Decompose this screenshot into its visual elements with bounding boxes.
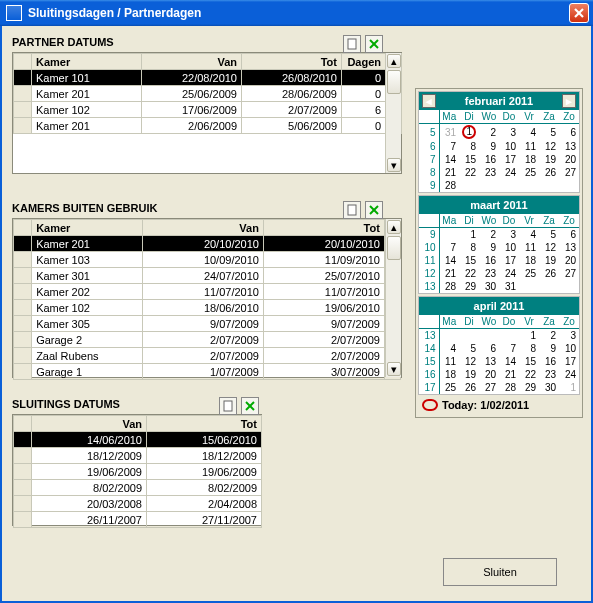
partner-delete-button[interactable] [365, 35, 383, 53]
cal-day[interactable]: 7 [439, 140, 459, 153]
cal-day[interactable]: 19 [459, 368, 479, 381]
table-row[interactable]: 14/06/201015/06/2010 [14, 432, 262, 448]
cal-day[interactable]: 7 [439, 241, 459, 254]
cal-day[interactable]: 28 [499, 381, 519, 394]
cal-day[interactable]: 16 [479, 254, 499, 267]
cal-day[interactable]: 10 [499, 241, 519, 254]
cal-day[interactable]: 4 [439, 342, 459, 355]
table-row[interactable]: 26/11/200727/11/2007 [14, 512, 262, 528]
column-header[interactable]: Tot [263, 220, 384, 236]
cal-day[interactable]: 5 [459, 342, 479, 355]
sluit-grid[interactable]: VanTot14/06/201015/06/201018/12/200918/1… [12, 414, 262, 526]
cal-day[interactable]: 11 [519, 140, 539, 153]
table-row[interactable]: Zaal Rubens2/07/20092/07/2009 [14, 348, 401, 364]
cal-prev-button[interactable]: ◂ [422, 94, 436, 108]
cal-day[interactable]: 17 [499, 153, 519, 166]
cal-day[interactable]: 11 [439, 355, 459, 368]
cal-day[interactable]: 25 [519, 166, 539, 179]
cal-day[interactable]: 1 [519, 329, 539, 343]
cal-day[interactable]: 25 [439, 381, 459, 394]
column-header[interactable]: Dagen [342, 54, 386, 70]
cal-day[interactable]: 15 [519, 355, 539, 368]
cal-day[interactable]: 18 [519, 254, 539, 267]
window-close-button[interactable] [569, 3, 589, 23]
table-row[interactable]: Kamer 20125/06/200928/06/20090 [14, 86, 402, 102]
table-row[interactable]: Kamer 10122/08/201026/08/20100 [14, 70, 402, 86]
column-header[interactable]: Kamer [32, 54, 142, 70]
partner-new-button[interactable] [343, 35, 361, 53]
cal-day[interactable]: 12 [539, 241, 559, 254]
cal-day[interactable]: 5 [539, 228, 559, 242]
cal-day[interactable]: 22 [459, 166, 479, 179]
table-row[interactable]: 20/03/20082/04/2008 [14, 496, 262, 512]
cal-day[interactable]: 9 [539, 342, 559, 355]
cal-day[interactable]: 28 [439, 179, 459, 192]
cal-day[interactable]: 30 [539, 381, 559, 394]
cal-day[interactable]: 2 [479, 124, 499, 141]
sluit-new-button[interactable] [219, 397, 237, 415]
table-row[interactable]: Kamer 30124/07/201025/07/2010 [14, 268, 401, 284]
column-header[interactable]: Tot [242, 54, 342, 70]
cal-day[interactable]: 29 [519, 381, 539, 394]
cal-day[interactable]: 27 [479, 381, 499, 394]
cal-day[interactable]: 26 [459, 381, 479, 394]
cal-day[interactable]: 1 [459, 124, 479, 141]
column-header[interactable]: Kamer [32, 220, 143, 236]
cal-day[interactable]: 16 [539, 355, 559, 368]
cal-day[interactable]: 4 [519, 124, 539, 141]
column-header[interactable]: Van [143, 220, 264, 236]
cal-day[interactable]: 11 [519, 241, 539, 254]
cal-day[interactable]: 31 [439, 124, 459, 141]
cal-day[interactable]: 4 [519, 228, 539, 242]
cal-day[interactable]: 23 [479, 166, 499, 179]
cal-day[interactable]: 21 [439, 166, 459, 179]
cal-day[interactable]: 27 [559, 166, 579, 179]
buiten-new-button[interactable] [343, 201, 361, 219]
cal-day[interactable]: 14 [499, 355, 519, 368]
cal-day[interactable]: 2 [539, 329, 559, 343]
cal-day[interactable]: 22 [459, 267, 479, 280]
table-row[interactable]: Garage 11/07/20093/07/2009 [14, 364, 401, 380]
cal-day[interactable]: 25 [519, 267, 539, 280]
cal-day[interactable]: 22 [519, 368, 539, 381]
cal-day[interactable]: 16 [479, 153, 499, 166]
cal-day[interactable]: 15 [459, 254, 479, 267]
buiten-grid[interactable]: KamerVanTotKamer 20120/10/201020/10/2010… [12, 218, 402, 378]
cal-day[interactable]: 9 [479, 140, 499, 153]
cal-day[interactable]: 14 [439, 153, 459, 166]
cal-day[interactable]: 24 [499, 166, 519, 179]
cal-day[interactable]: 12 [539, 140, 559, 153]
column-header[interactable]: Tot [147, 416, 262, 432]
table-row[interactable]: Kamer 3059/07/20099/07/2009 [14, 316, 401, 332]
cal-day[interactable]: 1 [559, 381, 579, 394]
cal-day[interactable]: 29 [459, 280, 479, 293]
cal-day[interactable]: 23 [539, 368, 559, 381]
cal-day[interactable]: 17 [559, 355, 579, 368]
cal-day[interactable]: 24 [559, 368, 579, 381]
table-row[interactable]: Kamer 10218/06/201019/06/2010 [14, 300, 401, 316]
cal-day[interactable]: 26 [539, 166, 559, 179]
cal-day[interactable]: 13 [559, 140, 579, 153]
cal-day[interactable]: 19 [539, 254, 559, 267]
cal-day[interactable]: 27 [559, 267, 579, 280]
cal-day[interactable]: 2 [479, 228, 499, 242]
cal-day[interactable]: 24 [499, 267, 519, 280]
cal-day[interactable]: 6 [479, 342, 499, 355]
cal-day[interactable]: 23 [479, 267, 499, 280]
cal-day[interactable]: 5 [539, 124, 559, 141]
close-button[interactable]: Sluiten [443, 558, 557, 586]
cal-day[interactable]: 28 [439, 280, 459, 293]
cal-today-bar[interactable]: Today: 1/02/2011 [418, 397, 580, 415]
table-row[interactable]: 18/12/200918/12/2009 [14, 448, 262, 464]
cal-day[interactable]: 15 [459, 153, 479, 166]
cal-day[interactable]: 26 [539, 267, 559, 280]
cal-day[interactable]: 18 [439, 368, 459, 381]
cal-day[interactable]: 17 [499, 254, 519, 267]
cal-day[interactable]: 10 [499, 140, 519, 153]
cal-day[interactable]: 8 [459, 241, 479, 254]
cal-day[interactable]: 13 [559, 241, 579, 254]
cal-day[interactable]: 8 [519, 342, 539, 355]
cal-day[interactable]: 20 [559, 254, 579, 267]
cal-day[interactable]: 13 [479, 355, 499, 368]
scrollbar[interactable]: ▴▾ [385, 219, 401, 377]
